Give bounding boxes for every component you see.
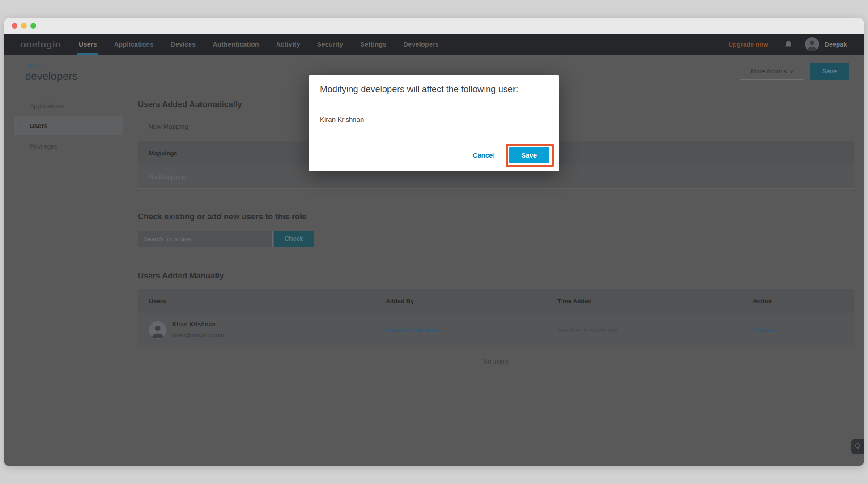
manual-users-table-header: Users Added By Time Added Action <box>138 289 854 313</box>
nav-item-users[interactable]: Users <box>70 34 106 55</box>
table-row: Kiran Krishnan kiran@boxyhq.com Deepak P… <box>138 313 854 347</box>
chevron-down-icon: ▾ <box>791 69 793 74</box>
row-user-email: kiran@boxyhq.com <box>172 332 224 338</box>
window-minimize-button[interactable] <box>21 23 27 29</box>
lightbulb-icon <box>855 442 861 451</box>
top-nav: onelogin Users Applications Devices Auth… <box>4 34 864 55</box>
sidebar-item-users[interactable]: Users <box>14 116 123 135</box>
modal-title-divider <box>309 102 559 102</box>
added-by-link[interactable]: Deepak Prabhakara <box>386 313 439 347</box>
sidebar-item-privileges[interactable]: Privileges <box>14 137 123 156</box>
nav-item-activity[interactable]: Activity <box>268 34 309 55</box>
section-heading-users-added-manually: Users Added Manually <box>138 271 224 281</box>
column-header-time-added: Time Added <box>557 289 592 313</box>
column-header-added-by: Added By <box>386 289 414 313</box>
check-button[interactable]: Check <box>274 231 314 247</box>
screenshot-canvas: onelogin Users Applications Devices Auth… <box>0 0 868 484</box>
manual-users-table: Users Added By Time Added Action Kiran K… <box>138 289 854 347</box>
search-user-input[interactable] <box>138 231 273 247</box>
modal-save-button[interactable]: Save <box>509 147 549 163</box>
no-users-text: No users <box>138 358 854 365</box>
page-title: developers <box>25 70 77 82</box>
modal-cancel-button[interactable]: Cancel <box>468 147 500 163</box>
nav-item-settings[interactable]: Settings <box>352 34 395 55</box>
column-header-users: Users <box>149 289 166 313</box>
window-close-button[interactable] <box>12 23 17 29</box>
user-name-label[interactable]: Deepak <box>825 34 847 55</box>
confirmation-modal: Modifying developers will affect the fol… <box>309 75 559 171</box>
upgrade-now-link[interactable]: Upgrade now <box>728 34 768 55</box>
section-heading-users-added-automatically: Users Added Automatically <box>138 100 242 109</box>
modal-footer-divider <box>309 140 559 140</box>
column-header-action: Action <box>753 289 772 313</box>
nav-items: Users Applications Devices Authenticatio… <box>70 34 447 55</box>
nav-item-applications[interactable]: Applications <box>106 34 162 55</box>
new-mapping-button[interactable]: New Mapping <box>138 119 199 135</box>
notification-bell-icon[interactable] <box>784 40 793 49</box>
nav-item-devices[interactable]: Devices <box>162 34 204 55</box>
sidebar-item-applications[interactable]: Applications <box>14 96 123 116</box>
nav-item-authentication[interactable]: Authentication <box>204 34 268 55</box>
affected-user-name: Kiran Krishnan <box>320 116 364 123</box>
breadcrumb-roles-link[interactable]: Roles / <box>25 61 46 69</box>
row-user-name: Kiran Krishnan <box>172 321 216 328</box>
section-heading-check-users: Check existing or add new users to this … <box>138 212 306 222</box>
header-save-button[interactable]: Save <box>810 63 849 80</box>
nav-item-security[interactable]: Security <box>309 34 352 55</box>
nav-item-developers[interactable]: Developers <box>395 34 447 55</box>
user-avatar[interactable] <box>805 37 819 51</box>
window-zoom-button[interactable] <box>30 23 36 29</box>
lightbulb-help-button[interactable] <box>851 439 864 454</box>
window-titlebar <box>4 18 864 34</box>
remove-link[interactable]: Remove <box>753 313 775 347</box>
onelogin-logo[interactable]: onelogin <box>20 34 61 55</box>
user-avatar <box>149 321 166 339</box>
more-actions-button[interactable]: More Actions▾ <box>740 63 804 80</box>
time-added-text: less than a minute ago <box>557 313 618 347</box>
column-header-mappings: Mappings <box>149 141 177 165</box>
modal-title: Modifying developers will affect the fol… <box>320 75 518 102</box>
